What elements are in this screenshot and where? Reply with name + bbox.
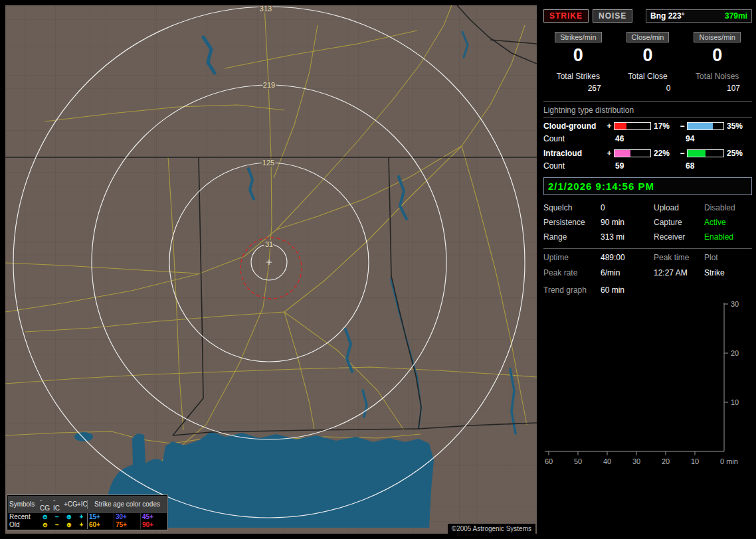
age-code-30: 30+ [114, 513, 140, 521]
noises-per-min-value: 0 [682, 44, 752, 66]
capture-label: Capture [654, 218, 704, 227]
legend-old-label: Old [8, 521, 39, 529]
upload-status: Disabled [704, 203, 752, 212]
neg-cg-symbol: ⊖ [39, 513, 52, 521]
range-value: 313 mi [601, 232, 654, 242]
sidebar: STRIKE NOISE Bng 223° 379mi Strikes/min … [543, 5, 752, 534]
pos-cg-symbol: ⊕ [62, 513, 76, 521]
squelch-value: 0 [601, 203, 654, 212]
strike-mode-button[interactable]: STRIKE [543, 9, 589, 23]
uptime-label: Uptime [543, 253, 601, 262]
separator [543, 248, 752, 249]
trend-x-tick-30: 30 [632, 457, 640, 465]
trend-y-tick-10: 10 [731, 398, 739, 406]
legend-col-neg-ic: -IC [52, 496, 62, 513]
cg-positive-bar [614, 122, 651, 130]
ic-negative-count: 68 [675, 161, 752, 171]
ring-label-125: 125 [262, 159, 274, 167]
peak-time-label: Peak time [654, 253, 704, 262]
legend-header-row: Symbols -CG -IC +CG +IC Strike age color… [8, 496, 167, 513]
legend-recent-row: Recent ⊖ − ⊕ + 15+ 30+ 45+ [8, 513, 167, 521]
ring-label-31: 31 [265, 240, 273, 248]
pos-ic-symbol-old: + [76, 521, 87, 529]
ic-negative-pct: 25% [724, 149, 751, 158]
noises-per-min-chip[interactable]: Noises/min [694, 32, 740, 42]
peak-rate-value: 6/min [601, 268, 654, 277]
legend-col-pos-ic: +IC [76, 500, 87, 509]
bearing-readout: Bng 223° 379mi [646, 9, 752, 23]
age-code-75: 75+ [114, 521, 140, 529]
neg-cg-symbol-old: ⊖ [39, 521, 52, 529]
neg-ic-symbol-old: − [52, 521, 62, 529]
trend-graph-header: Trend graph 60 min [543, 285, 752, 295]
cloud-ground-label: Cloud-ground [543, 121, 605, 131]
minus-sign: − [678, 149, 687, 158]
cloud-ground-count-row: Count 46 94 [543, 134, 752, 143]
legend-col-pos-cg: +CG [62, 500, 76, 509]
trend-x-tick-50: 50 [574, 457, 582, 465]
cg-count-label: Count [543, 134, 605, 143]
datetime-box: 2/1/2026 9:14:56 PM [543, 177, 752, 195]
trend-graph-label: Trend graph [543, 285, 601, 295]
total-noises-value: 107 [682, 82, 752, 94]
legend-old-row: Old ⊖ − ⊕ + 60+ 75+ 90+ [8, 521, 167, 529]
trend-x-tick-20: 20 [662, 457, 670, 465]
datetime-value: 2/1/2026 9:14:56 PM [548, 181, 654, 192]
close-per-min-value: 0 [613, 44, 683, 66]
ring-label-313: 313 [260, 5, 272, 13]
cg-positive-count: 46 [605, 134, 675, 143]
ic-negative-bar [687, 149, 724, 157]
ic-positive-pct: 22% [651, 149, 678, 158]
trend-y-tick-30: 30 [731, 300, 739, 308]
trend-y-tick-20: 20 [731, 349, 739, 357]
trend-graph: 30 20 10 60 50 40 30 20 10 0 min [543, 297, 752, 469]
legend-col-neg-cg: -CG [39, 496, 52, 513]
neg-ic-symbol: − [52, 513, 62, 521]
app-window: 313 219 125 31 Symbols -CG -IC +CG +IC S… [0, 0, 756, 539]
intracloud-label: Intracloud [543, 149, 605, 158]
total-close-value: 0 [613, 82, 683, 94]
strikes-per-min-value: 0 [543, 44, 613, 66]
bearing-value: Bng 223° [650, 11, 684, 21]
age-code-90: 90+ [140, 521, 167, 529]
peak-rate-label: Peak rate [543, 268, 601, 277]
map-graphics: 313 219 125 31 [5, 5, 537, 534]
upload-label: Upload [654, 203, 704, 212]
legend-age-header: Strike age color codes [87, 500, 167, 509]
trend-x-tick-60: 60 [545, 457, 553, 465]
plot-value: Strike [704, 268, 752, 277]
age-code-15: 15+ [87, 513, 114, 521]
total-noises-label: Total Noises [682, 72, 752, 81]
distribution-title: Lightning type distribution [543, 104, 752, 117]
plus-sign: + [605, 149, 614, 158]
intracloud-row: Intracloud + 22% − 25% [543, 149, 752, 158]
minus-sign: − [678, 121, 687, 131]
map-legend: Symbols -CG -IC +CG +IC Strike age color… [7, 495, 168, 530]
ring-label-219: 219 [263, 81, 275, 89]
uptime-value: 489:00 [601, 253, 654, 262]
strikes-per-min-chip[interactable]: Strikes/min [555, 32, 601, 42]
cloud-ground-row: Cloud-ground + 17% − 35% [543, 121, 752, 131]
persistence-label: Persistence [543, 218, 601, 227]
trend-x-tick-40: 40 [603, 457, 611, 465]
legend-symbols-header: Symbols [8, 500, 39, 509]
lightning-map[interactable]: 313 219 125 31 Symbols -CG -IC +CG +IC S… [5, 5, 537, 534]
total-strikes-value: 267 [543, 82, 613, 94]
noise-mode-button[interactable]: NOISE [593, 9, 632, 23]
ic-positive-count: 59 [605, 161, 675, 171]
separator [543, 101, 752, 102]
mode-toolbar: STRIKE NOISE Bng 223° 379mi [543, 9, 752, 23]
trend-graph-window: 60 min [601, 285, 752, 295]
receiver-status-panel: Squelch 0 Upload Disabled Persistence 90… [543, 203, 752, 242]
squelch-label: Squelch [543, 203, 601, 212]
ic-positive-bar [614, 149, 651, 157]
session-stats-panel: Uptime 489:00 Peak time Plot Peak rate 6… [543, 253, 752, 277]
trend-origin-label: 0 min [720, 457, 738, 465]
range-label: Range [543, 232, 601, 242]
cg-negative-count: 94 [675, 134, 752, 143]
total-close-label: Total Close [613, 72, 683, 81]
persistence-value: 90 min [601, 218, 654, 227]
close-per-min-chip[interactable]: Close/min [626, 32, 670, 42]
receiver-label: Receiver [654, 232, 704, 242]
plot-label: Plot [704, 253, 752, 262]
